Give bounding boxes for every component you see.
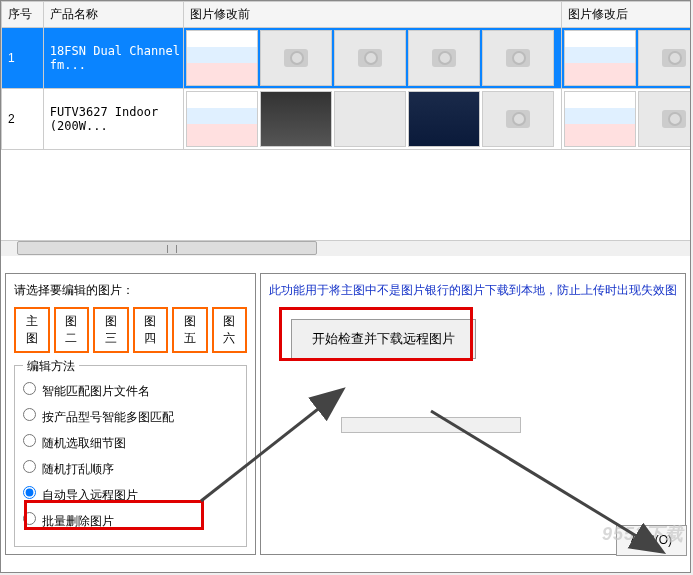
description-text: 此功能用于将主图中不是图片银行的图片下载到本地，防止上传时出现失效图 <box>269 282 677 299</box>
radio-label: 随机打乱顺序 <box>42 462 114 476</box>
radio-label: 随机选取细节图 <box>42 436 126 450</box>
right-panel: 此功能用于将主图中不是图片银行的图片下载到本地，防止上传时出现失效图 开始检查并… <box>260 273 686 555</box>
tab-image-3[interactable]: 图三 <box>93 307 129 353</box>
thumbnail-icon <box>408 91 480 147</box>
cell-seq: 2 <box>2 89 44 150</box>
thumbnail-icon <box>186 91 258 147</box>
radio-input[interactable] <box>23 486 36 499</box>
thumbnail-icon <box>564 30 636 86</box>
radio-input[interactable] <box>23 382 36 395</box>
panel-title: 请选择要编辑的图片： <box>14 282 247 299</box>
cell-name: 18FSN Dual Channel fm... <box>43 28 183 89</box>
table-row[interactable]: 1 18FSN Dual Channel fm... <box>2 28 691 89</box>
edit-method-group: 编辑方法 智能匹配图片文件名按产品型号智能多图匹配随机选取细节图随机打乱顺序自动… <box>14 365 247 547</box>
start-download-button[interactable]: 开始检查并下载远程图片 <box>291 319 476 359</box>
table-row[interactable]: 2 FUTV3627 Indoor (200W... <box>2 89 691 150</box>
image-tabs: 主图 图二 图三 图四 图五 图六 <box>14 307 247 353</box>
table-scroll-area[interactable]: 序号 产品名称 图片修改前 图片修改后 1 18FSN Dual Channel… <box>1 1 690 269</box>
cell-before <box>184 28 562 89</box>
placeholder-icon <box>334 30 406 86</box>
tab-main-image[interactable]: 主图 <box>14 307 50 353</box>
radio-label: 批量删除图片 <box>42 514 114 528</box>
radio-option-3[interactable]: 随机打乱顺序 <box>23 460 238 478</box>
thumbnail-icon <box>260 91 332 147</box>
watermark: 9553下载 <box>602 522 684 546</box>
radio-input[interactable] <box>23 460 36 473</box>
header-after[interactable]: 图片修改后 <box>562 2 690 28</box>
cell-after <box>562 28 690 89</box>
radio-option-5[interactable]: 批量删除图片 <box>23 512 238 530</box>
header-before[interactable]: 图片修改前 <box>184 2 562 28</box>
cell-after <box>562 89 690 150</box>
radio-label: 自动导入远程图片 <box>42 488 138 502</box>
tab-image-4[interactable]: 图四 <box>133 307 169 353</box>
thumbnail-icon <box>334 91 406 147</box>
placeholder-icon <box>638 30 690 86</box>
placeholder-icon <box>638 91 690 147</box>
radio-label: 智能匹配图片文件名 <box>42 384 150 398</box>
radio-label: 按产品型号智能多图匹配 <box>42 410 174 424</box>
tab-image-2[interactable]: 图二 <box>54 307 90 353</box>
header-seq[interactable]: 序号 <box>2 2 44 28</box>
horizontal-scrollbar[interactable] <box>1 240 690 256</box>
tab-image-6[interactable]: 图六 <box>212 307 248 353</box>
progress-bar <box>341 417 521 433</box>
placeholder-icon <box>482 91 554 147</box>
left-panel: 请选择要编辑的图片： 主图 图二 图三 图四 图五 图六 编辑方法 智能匹配图片… <box>5 273 256 555</box>
thumbnail-icon <box>564 91 636 147</box>
radio-input[interactable] <box>23 408 36 421</box>
radio-option-2[interactable]: 随机选取细节图 <box>23 434 238 452</box>
cell-name: FUTV3627 Indoor (200W... <box>43 89 183 150</box>
radio-option-4[interactable]: 自动导入远程图片 <box>23 486 238 504</box>
placeholder-icon <box>408 30 480 86</box>
placeholder-icon <box>260 30 332 86</box>
thumbnail-icon <box>186 30 258 86</box>
radio-input[interactable] <box>23 434 36 447</box>
cell-before <box>184 89 562 150</box>
product-table: 序号 产品名称 图片修改前 图片修改后 1 18FSN Dual Channel… <box>1 1 690 150</box>
fieldset-legend: 编辑方法 <box>23 358 79 375</box>
cell-seq: 1 <box>2 28 44 89</box>
radio-option-0[interactable]: 智能匹配图片文件名 <box>23 382 238 400</box>
radio-option-1[interactable]: 按产品型号智能多图匹配 <box>23 408 238 426</box>
header-name[interactable]: 产品名称 <box>43 2 183 28</box>
radio-input[interactable] <box>23 512 36 525</box>
placeholder-icon <box>482 30 554 86</box>
tab-image-5[interactable]: 图五 <box>172 307 208 353</box>
